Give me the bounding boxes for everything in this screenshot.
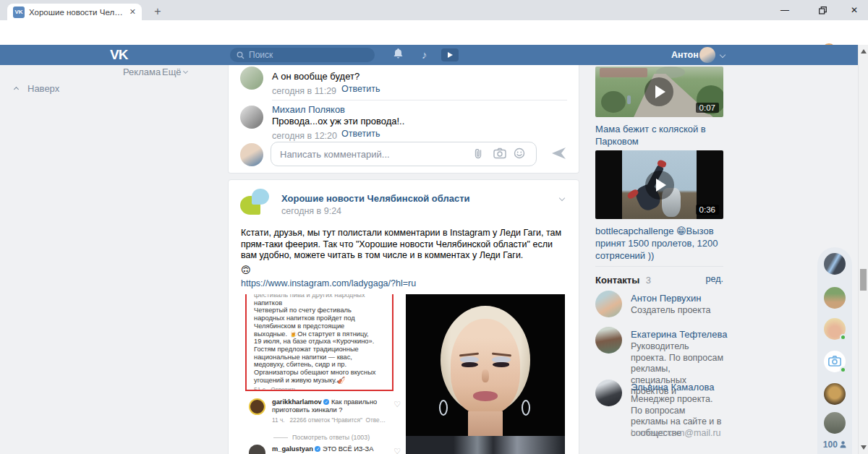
friend-avatar[interactable] bbox=[824, 318, 846, 340]
ig-username: m_galustyan bbox=[272, 445, 313, 453]
contact-avatar[interactable] bbox=[595, 380, 622, 406]
tab-close-icon[interactable]: ✕ bbox=[129, 7, 136, 17]
play-button-icon[interactable] bbox=[644, 77, 673, 106]
attach-paperclip-icon[interactable] bbox=[473, 147, 485, 160]
contact-name-link[interactable]: Антон Первухин bbox=[631, 293, 702, 304]
video-thumbnail[interactable]: 0:36 bbox=[595, 150, 723, 219]
scrollbar-thumb[interactable] bbox=[860, 269, 867, 291]
friends-online-count[interactable]: 100 bbox=[817, 440, 852, 450]
contact-avatar[interactable] bbox=[595, 291, 622, 317]
contact-name-link[interactable]: Эльвина Камалова bbox=[631, 382, 714, 393]
verified-badge-icon: ✓ bbox=[323, 399, 329, 405]
commenter-avatar[interactable] bbox=[240, 67, 263, 90]
reply-link[interactable]: Ответить bbox=[341, 84, 399, 94]
chevron-down-icon[interactable] bbox=[183, 69, 188, 74]
friend-avatar[interactable] bbox=[824, 253, 846, 275]
window-minimize-button[interactable]: — bbox=[768, 0, 801, 20]
video-title-link[interactable]: Мама бежит с коляской в Парковом bbox=[595, 123, 724, 147]
commenter-name[interactable]: Михаил Поляков bbox=[272, 104, 345, 115]
vk-top-bar: VK Поиск ♪ Антон bbox=[0, 45, 858, 65]
sidebar-item-ads[interactable]: Реклама bbox=[123, 67, 161, 77]
ig-username: garikkharlamov bbox=[272, 398, 322, 406]
post-author-link[interactable]: Хорошие новости Челябинской области bbox=[281, 193, 470, 204]
scrollbar[interactable] bbox=[858, 45, 868, 454]
window-restore-button[interactable] bbox=[806, 0, 839, 20]
post-text: Кстати, друзья, мы тут полистали коммент… bbox=[241, 228, 566, 262]
header-user-avatar[interactable] bbox=[699, 47, 715, 63]
vk-favicon-icon: VK bbox=[13, 7, 25, 18]
contacts-header: Контакты 3 ред. bbox=[595, 273, 723, 286]
vk-logo[interactable]: VK bbox=[110, 47, 127, 63]
to-top-link[interactable]: Наверх bbox=[27, 83, 59, 94]
community-avatar[interactable] bbox=[240, 189, 271, 219]
music-icon[interactable]: ♪ bbox=[422, 48, 427, 61]
online-count-value: 100 bbox=[823, 440, 838, 450]
video-title-link[interactable]: bottlecapchallenge 😁Вызов принят 1500 пр… bbox=[595, 225, 724, 262]
contact-name-link[interactable]: Екатерина Тефтелева bbox=[631, 329, 727, 340]
pinned-line: медовуху, сбитень, сидр и пр. bbox=[254, 361, 388, 369]
post-time: сегодня в 9:24 bbox=[281, 206, 341, 216]
chevron-up-icon[interactable] bbox=[14, 87, 19, 92]
post-menu-chevron-icon[interactable] bbox=[559, 195, 565, 201]
ig-time: 11 ч. bbox=[272, 416, 285, 424]
friend-avatar[interactable] bbox=[824, 412, 846, 434]
scroll-down-arrow[interactable] bbox=[861, 445, 867, 450]
play-button-icon[interactable] bbox=[645, 171, 674, 200]
online-dot bbox=[840, 367, 846, 373]
pinned-line: напитков bbox=[254, 299, 388, 307]
reply-link[interactable]: Ответить bbox=[341, 129, 399, 139]
new-tab-button[interactable]: + bbox=[149, 3, 166, 20]
pinned-line: национальные напитки — квас, bbox=[254, 354, 388, 361]
friend-avatar[interactable] bbox=[824, 287, 846, 309]
post-card: Хорошие новости Челябинской области сего… bbox=[228, 179, 579, 454]
heart-icon: ♡ bbox=[393, 400, 401, 409]
contacts-edit-link[interactable]: ред. bbox=[706, 274, 723, 284]
search-placeholder: Поиск bbox=[249, 50, 273, 60]
ig-likes: 22266 отметок "Нравится" bbox=[289, 416, 362, 424]
pinned-line: Гостям предложат традиционные bbox=[254, 346, 388, 354]
browser-tab[interactable]: VK Хорошие новости Челябинской ✕ bbox=[7, 4, 142, 20]
pinned-line: фестиваль пива и других народных bbox=[254, 294, 388, 299]
commenter-avatar[interactable] bbox=[240, 106, 263, 129]
replies-dash bbox=[273, 437, 288, 438]
window-close-button[interactable]: ✕ bbox=[838, 0, 868, 20]
friends-online-rail: 100 bbox=[817, 247, 852, 454]
emoji-smiley-icon[interactable] bbox=[514, 147, 525, 159]
scroll-up-arrow[interactable] bbox=[861, 49, 867, 53]
pinned-line: Четвертый по счету фестиваль bbox=[254, 307, 388, 314]
contact-avatar[interactable] bbox=[595, 327, 622, 354]
vk-search-input[interactable]: Поиск bbox=[230, 48, 375, 62]
pinned-line: выходные. 🍺Он стартует в пятницу, bbox=[254, 330, 388, 338]
send-comment-icon[interactable] bbox=[551, 147, 567, 160]
view-replies-link: Посмотреть ответы (1003) bbox=[292, 434, 370, 441]
contacts-title: Контакты bbox=[595, 275, 639, 286]
camera-story-button[interactable] bbox=[824, 351, 846, 372]
pinned-time: 51 с bbox=[254, 386, 265, 391]
sidebar-item-more[interactable]: Ещё bbox=[162, 67, 182, 77]
tab-title: Хорошие новости Челябинской bbox=[29, 8, 125, 17]
post-external-link[interactable]: https://www.instagram.com/ladygaga/?hl=r… bbox=[241, 278, 416, 288]
contact-description: Создатель проекта bbox=[631, 305, 725, 317]
online-dot bbox=[840, 334, 846, 340]
pinned-reply: Ответить bbox=[271, 386, 297, 391]
notifications-bell-icon[interactable] bbox=[393, 48, 404, 59]
verified-badge-icon: ✓ bbox=[315, 446, 320, 452]
video-duration-badge: 0:36 bbox=[696, 205, 719, 215]
comment-text: Провода...ох уж эти провода!.. bbox=[272, 116, 404, 127]
pinned-line: угощений и живую музыку.🎻 bbox=[254, 377, 388, 385]
friend-avatar[interactable] bbox=[824, 383, 846, 405]
chevron-down-icon[interactable] bbox=[720, 52, 726, 58]
video-thumbnail[interactable]: 0:07 bbox=[595, 67, 723, 117]
post-emoji: 🙃 bbox=[241, 265, 251, 275]
instagram-screenshot: фестиваль пива и других народных напитко… bbox=[243, 294, 406, 454]
browser-toolbar: ← → ⟳ https://vk.com/chelblog ☆ ⋮ bbox=[0, 20, 868, 45]
pinned-line: Организаторы обещают много вкусных bbox=[254, 369, 388, 377]
contact-email: hornews.com@mail.ru bbox=[631, 428, 721, 438]
camera-icon[interactable] bbox=[493, 147, 506, 159]
header-user-name[interactable]: Антон bbox=[671, 50, 699, 60]
post-attachment-image[interactable]: фестиваль пива и других народных напитко… bbox=[243, 294, 565, 454]
comments-card: А он вообще будет? сегодня в 11:29 Ответ… bbox=[228, 65, 579, 174]
video-icon[interactable] bbox=[441, 48, 459, 61]
heart-icon: ♡ bbox=[393, 447, 401, 454]
comment-time: сегодня в 11:29 bbox=[272, 86, 336, 96]
